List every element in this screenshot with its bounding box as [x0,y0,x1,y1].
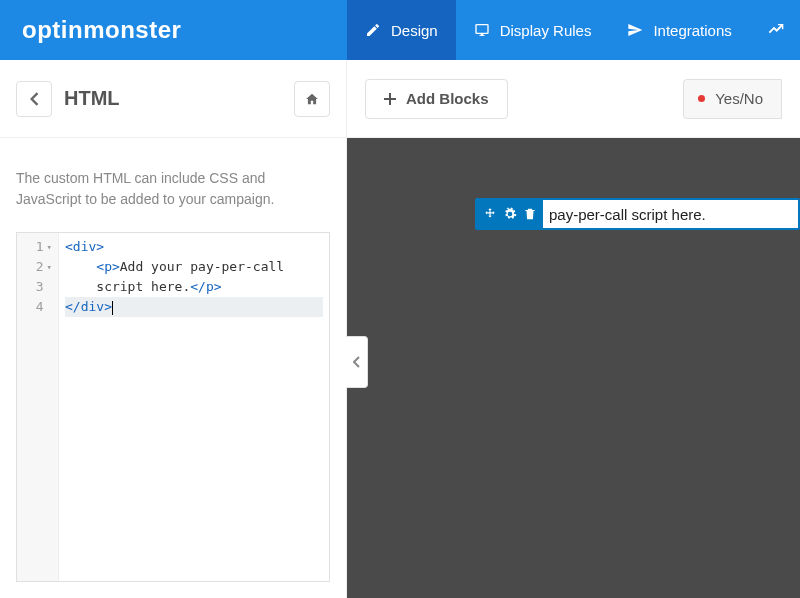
nav-analytics[interactable] [750,0,790,60]
settings-button[interactable] [503,207,517,221]
fold-icon[interactable]: ▾ [47,257,52,277]
send-icon [627,22,643,38]
yesno-button[interactable]: Yes/No [683,79,782,119]
add-blocks-label: Add Blocks [406,90,489,107]
canvas: pay-per-call script here. [347,138,800,598]
fold-icon[interactable]: ▾ [47,237,52,257]
nav-display-rules-label: Display Rules [500,22,592,39]
chevron-left-icon [29,92,39,106]
trash-icon [523,207,537,221]
delete-button[interactable] [523,207,537,221]
code-area[interactable]: <div> <p>Add your pay-per-call script he… [59,233,329,581]
main: The custom HTML can include CSS and Java… [0,138,800,598]
block-toolbar [477,200,543,228]
top-nav: optinmonster Design Display Rules Integr… [0,0,800,60]
nav-integrations[interactable]: Integrations [609,0,749,60]
logo: optinmonster [0,16,347,44]
brand-text: optinmonster [22,16,181,44]
code-line-active: </div> [65,297,323,317]
preview-text: pay-per-call script here. [543,206,706,223]
hint-text: The custom HTML can include CSS and Java… [16,168,330,210]
gutter-line: 4 [36,297,44,317]
move-button[interactable] [483,207,497,221]
nav-display-rules[interactable]: Display Rules [456,0,610,60]
nav-design[interactable]: Design [347,0,456,60]
yesno-label: Yes/No [715,90,763,107]
plus-icon [384,93,396,105]
code-editor[interactable]: 1▾ 2▾ 3▾ 4▾ <div> <p>Add your pay-per-ca… [16,232,330,582]
sub-bar-right: Add Blocks Yes/No [347,60,800,137]
gutter-line: 3 [36,277,44,297]
code-line: script here.</p> [65,277,323,297]
gutter-line: 2 [36,257,44,277]
code-line: <div> [65,237,323,257]
nav-items: Design Display Rules Integrations [347,0,790,60]
nav-design-label: Design [391,22,438,39]
chevron-left-icon [353,356,361,368]
nav-integrations-label: Integrations [653,22,731,39]
home-button[interactable] [294,81,330,117]
gear-icon [503,207,517,221]
chart-icon [768,22,784,38]
sub-bar-left: HTML [0,60,347,137]
section-title: HTML [64,87,282,110]
collapse-panel-button[interactable] [346,336,368,388]
code-line: <p>Add your pay-per-call [65,257,323,277]
gutter: 1▾ 2▾ 3▾ 4▾ [17,233,59,581]
gutter-line: 1 [36,237,44,257]
left-panel: The custom HTML can include CSS and Java… [0,138,347,598]
status-dot-icon [698,95,705,102]
move-icon [483,207,497,221]
back-button[interactable] [16,81,52,117]
caret-icon [112,301,113,315]
pencil-icon [365,22,381,38]
add-blocks-button[interactable]: Add Blocks [365,79,508,119]
preview-block[interactable]: pay-per-call script here. [475,198,800,230]
monitor-icon [474,22,490,38]
sub-bar: HTML Add Blocks Yes/No [0,60,800,138]
home-icon [305,92,319,106]
